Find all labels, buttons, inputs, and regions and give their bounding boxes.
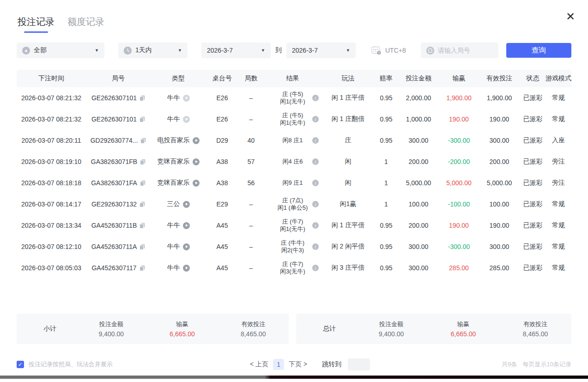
- info-icon[interactable]: i: [312, 180, 319, 186]
- info-icon[interactable]: i: [312, 265, 319, 271]
- copy-icon[interactable]: [140, 159, 145, 165]
- play-icon[interactable]: [183, 265, 190, 272]
- round-id: GA38263071FB: [91, 158, 137, 165]
- pagination: < 上页 1 下页 > 跳转到: [250, 358, 370, 370]
- info-icon[interactable]: i: [312, 222, 319, 229]
- info-icon[interactable]: i: [312, 95, 319, 101]
- summary-section: 小计 投注金额 9,400.00 输赢 6,665.00 有效投注 8,465.…: [17, 314, 571, 344]
- copy-icon[interactable]: [139, 244, 145, 250]
- table-row: 2026-03-07 08:21:32 GE2626307101 牛牛 E26 …: [17, 87, 571, 109]
- chevron-down-icon: ▼: [341, 48, 350, 53]
- copy-icon[interactable]: [139, 95, 145, 101]
- jump-to-input[interactable]: [348, 358, 370, 370]
- info-icon[interactable]: i: [312, 201, 319, 207]
- round-id-input[interactable]: [438, 47, 493, 54]
- copy-icon[interactable]: [140, 138, 146, 144]
- date-from-value: 2026-3-7: [207, 47, 233, 54]
- play-icon[interactable]: [193, 158, 200, 165]
- play-type: 闲1赢: [321, 200, 375, 208]
- record-count-info: 共9条 每页显示10条记录: [502, 360, 571, 369]
- result-line1: 庄 (7点): [278, 197, 308, 204]
- play-icon[interactable]: [183, 116, 190, 123]
- copy-icon[interactable]: [140, 180, 145, 186]
- total-win: 输赢 6,665.00: [427, 320, 499, 338]
- timezone-selector[interactable]: UTC+8: [371, 46, 406, 55]
- result-line1: 闲9 庄1: [282, 179, 303, 187]
- date-from-picker[interactable]: 2026-3-7 ▼: [201, 42, 271, 58]
- round-id-cell: GE2626307101: [86, 115, 151, 123]
- odds: 0.95: [375, 137, 398, 144]
- merge-checkbox[interactable]: ✓: [17, 361, 24, 368]
- to-label: 到: [275, 46, 282, 55]
- total-win-label: 输赢: [427, 320, 499, 328]
- game-type-cell: 竞咪百家乐: [151, 158, 206, 166]
- subtotal-valid-value: 8,465.00: [218, 330, 289, 338]
- game-type-dropdown-value: 全部: [34, 46, 47, 55]
- header-odds: 赔率: [375, 74, 398, 83]
- round-count: –: [238, 222, 264, 229]
- time-range-dropdown[interactable]: 1天内 ▼: [118, 42, 188, 58]
- copy-icon[interactable]: [139, 265, 145, 271]
- game-mode: 常规: [546, 243, 571, 251]
- tab-quota-records[interactable]: 额度记录: [67, 16, 104, 33]
- round-id-cell: GE2926307132: [86, 200, 151, 208]
- odds: 0.95: [375, 94, 398, 102]
- play-icon[interactable]: [183, 243, 190, 250]
- table-body: 2026-03-07 08:21:32 GE2626307101 牛牛 E26 …: [17, 87, 571, 279]
- close-icon[interactable]: ✕: [566, 11, 575, 22]
- status: 已派彩: [520, 243, 546, 251]
- info-icon[interactable]: i: [312, 243, 319, 250]
- valid-bet: 5,000.00: [479, 179, 520, 187]
- game-type-cell: 三公: [151, 200, 206, 208]
- query-button[interactable]: 查询: [506, 43, 571, 58]
- date-to-picker[interactable]: 2026-3-7 ▼: [286, 42, 356, 58]
- game-type-dropdown[interactable]: ♠ 全部 ▼: [17, 42, 104, 58]
- header-valid-bet: 有效投注: [479, 74, 520, 83]
- info-icon[interactable]: i: [312, 137, 319, 144]
- round-count: 57: [238, 158, 264, 165]
- date-to-value: 2026-3-7: [292, 47, 318, 54]
- game-mode: 旁注: [546, 158, 571, 166]
- bet-amount: 300.00: [398, 264, 439, 272]
- tab-bet-records[interactable]: 投注记录: [18, 16, 55, 33]
- info-icon[interactable]: i: [312, 158, 319, 165]
- play-icon[interactable]: [183, 201, 190, 208]
- info-icon[interactable]: i: [312, 116, 319, 122]
- next-page-button[interactable]: 下页 >: [289, 360, 307, 369]
- play-icon[interactable]: [193, 180, 200, 187]
- odds: 0.95: [375, 243, 398, 250]
- current-page[interactable]: 1: [273, 359, 284, 370]
- total-box: 总计 投注金额 9,400.00 输赢 6,665.00 有效投注 8,465.…: [296, 314, 571, 344]
- play-icon[interactable]: [183, 95, 190, 102]
- bet-time: 2026-03-07 08:12:10: [17, 243, 86, 250]
- bet-time: 2026-03-07 08:21:32: [17, 115, 86, 123]
- copy-icon[interactable]: [139, 201, 145, 207]
- play-icon[interactable]: [193, 137, 200, 144]
- win-loss: 190.00: [439, 115, 479, 123]
- game-mode: 常规: [546, 200, 571, 208]
- round-id-cell: GA38263071FB: [86, 158, 151, 165]
- footer-bar: ✓ 投注记录按照局、玩法合并展示 < 上页 1 下页 > 跳转到 共9条 每页显…: [17, 358, 571, 371]
- play-icon[interactable]: [183, 222, 190, 229]
- bet-records-modal: ✕ 投注记录 额度记录 ♠ 全部 ▼ 1天内 ▼ 2026-3-7 ▼ 到 20…: [0, 0, 588, 379]
- bet-amount: 200.00: [398, 222, 439, 229]
- bet-time: 2026-03-07 08:14:17: [17, 200, 86, 208]
- round-id-cell: GA452630711B: [86, 222, 151, 229]
- result-cell: 闲4 庄6 i: [264, 158, 321, 165]
- table-row: 2026-03-07 08:21:32 GE2626307101 牛牛 E26 …: [17, 109, 571, 130]
- copy-icon[interactable]: [139, 116, 145, 122]
- table-no: E29: [206, 200, 238, 208]
- total-win-value: 6,665.00: [427, 330, 499, 338]
- header-win-loss: 输赢: [439, 74, 479, 83]
- round-id-cell: GA452630711A: [86, 243, 151, 250]
- bet-time: 2026-03-07 08:05:03: [17, 264, 86, 272]
- result-cell: 庄 (牛7) 闲3(无牛) i: [264, 261, 321, 275]
- round-count: 56: [238, 179, 264, 187]
- prev-page-button[interactable]: < 上页: [250, 360, 268, 369]
- chevron-down-icon: ▼: [173, 48, 182, 53]
- copy-icon[interactable]: [139, 223, 145, 229]
- round-id-search[interactable]: [421, 42, 498, 58]
- total-valid: 有效投注 8,465.00: [499, 320, 571, 338]
- total-valid-value: 8,465.00: [499, 330, 571, 338]
- total-valid-label: 有效投注: [499, 320, 571, 328]
